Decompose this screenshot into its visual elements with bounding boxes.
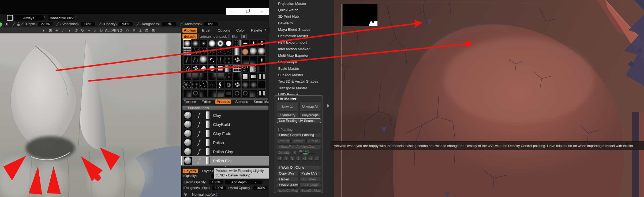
alpha-thumbnail[interactable]	[225, 81, 233, 89]
alpha-thumbnail[interactable]	[183, 56, 191, 64]
alpha-thumbnail[interactable]	[192, 89, 199, 97]
zplugin-menu-item[interactable]: PolyGroupIt	[278, 59, 332, 65]
alpha-thumbnail[interactable]	[258, 89, 266, 97]
resource-panel-tab[interactable]: Presets	[215, 99, 231, 104]
alpha-thumbnail[interactable]	[192, 48, 199, 56]
alpha-thumbnail[interactable]	[216, 48, 224, 56]
brush-preset-row[interactable]: ∫ Polish Clay	[182, 147, 269, 156]
density-scale-button[interactable]: /3	[283, 156, 289, 161]
density-slider-track[interactable]	[299, 153, 316, 154]
alpha-thumbnail[interactable]	[233, 64, 241, 72]
brush-preset-row[interactable]: ∫ Polish Flat	[182, 156, 269, 165]
work-on-clone-button[interactable]: 3- Work On Clone	[277, 165, 321, 170]
alpha-thumbnail[interactable]	[233, 89, 241, 97]
chevron-down-icon[interactable]	[75, 16, 77, 18]
alpha-thumbnail[interactable]	[241, 89, 249, 97]
load-ctrlmap-button[interactable]: LoadCtrlMap	[277, 188, 298, 193]
brush-slider[interactable]: ╱ Roughness 0%	[137, 22, 176, 26]
alpha-thumbnail[interactable]	[258, 48, 266, 56]
alpha-thumbnail[interactable]	[258, 81, 266, 89]
resource-panel-tab[interactable]: Editor	[200, 99, 212, 104]
alpha-thumbnail[interactable]	[225, 56, 233, 64]
zplugin-menu-item[interactable]: BevelPro	[278, 20, 332, 26]
alpha-thumbnail[interactable]	[208, 40, 216, 47]
density-button[interactable]: Density	[277, 150, 291, 155]
close-button[interactable]: ×	[261, 10, 263, 13]
zplugin-menu-item[interactable]: Text 3D & Vector Shapes	[278, 78, 332, 85]
alpha-thumbnail[interactable]	[200, 48, 208, 56]
protect-button[interactable]: Protect	[277, 139, 290, 143]
pen-toggle[interactable]: PEN	[111, 28, 118, 33]
surface-tools-header[interactable]: - Surface Tools	[182, 106, 268, 110]
alpha-thumbnail[interactable]	[200, 89, 208, 97]
density-slider[interactable]: density.	[299, 149, 316, 154]
alpha-thumbnail[interactable]	[241, 56, 249, 64]
alpha-thumbnail[interactable]	[250, 48, 257, 56]
unflatten-button[interactable]: UnFlatten	[299, 177, 321, 182]
density-scale-button[interactable]: 1	[295, 156, 301, 161]
alpha-thumbnail[interactable]	[241, 48, 249, 56]
shield-icon[interactable]: ◇	[124, 28, 131, 33]
alpha-thumbnail[interactable]	[183, 81, 191, 89]
depth-opacity-value[interactable]: 100%	[209, 180, 223, 184]
grid-icon[interactable]: #	[131, 28, 137, 33]
frame-icon[interactable]: ⊠	[47, 28, 54, 33]
palette-menu-tab[interactable]: Palette	[250, 28, 264, 33]
rotate-right-icon[interactable]: ↻	[79, 28, 86, 33]
attract-button[interactable]: Attract	[291, 139, 305, 143]
slider-value[interactable]: 279%	[38, 22, 53, 26]
mask-off-icon[interactable]: ⊘	[118, 28, 124, 33]
alpha-thumbnail[interactable]	[241, 73, 249, 80]
visibility-eye-icon[interactable]: ⊙	[184, 192, 187, 197]
alpha-thumbnail[interactable]	[183, 73, 191, 80]
alpha-thumbnail[interactable]	[183, 64, 191, 72]
add-alpha-set-icon[interactable]: ⊞	[241, 34, 247, 39]
alpha-thumbnail[interactable]	[225, 64, 233, 72]
alpha-thumbnail[interactable]	[233, 40, 241, 47]
alpha-thumbnail[interactable]	[216, 40, 224, 47]
minimize-button[interactable]: –	[232, 10, 234, 13]
palette-menu-tab[interactable]: Alphas	[182, 28, 197, 33]
brush-preset-row[interactable]: ∫ Clay	[182, 111, 269, 120]
slider-value[interactable]: 0%	[162, 22, 176, 26]
density-scale-button[interactable]: x2	[302, 156, 307, 161]
palette-menu-tab[interactable]: Color	[235, 28, 246, 33]
zplugin-menu-item[interactable]: Projection Master	[278, 0, 332, 7]
alpha-thumbnail[interactable]	[225, 40, 233, 47]
alpha-thumbnail[interactable]	[216, 56, 224, 64]
right-viewport-canvas[interactable]	[334, 0, 644, 197]
slider-value[interactable]: 93%	[118, 22, 133, 26]
all-toggle[interactable]: ALL	[105, 28, 111, 33]
alpha-thumbnail[interactable]	[233, 81, 241, 89]
alpha-thumbnail[interactable]	[250, 64, 257, 72]
palette-menu-tab[interactable]: Options	[216, 28, 231, 33]
gizmo-icon[interactable]: ⊥	[137, 28, 144, 33]
zplugin-menu-item[interactable]: Intersection Masker	[278, 46, 332, 52]
erase-button[interactable]: Erase	[306, 139, 321, 143]
spray-icon[interactable]: ∴	[60, 28, 66, 33]
attract-from-ambient-occlusion-button[interactable]: AttractFromAmbientOccl	[277, 144, 321, 149]
checkseams-button[interactable]: CheckSeams	[277, 183, 298, 188]
alpha-thumbnail[interactable]	[208, 48, 216, 56]
alpha-thumbnail[interactable]	[216, 89, 224, 97]
symmetry-toggle[interactable]: Symmetry	[277, 113, 298, 117]
alpha-thumbnail[interactable]	[216, 81, 224, 89]
alpha-thumbnail[interactable]	[192, 56, 199, 64]
unwrap-all-button[interactable]: Unwrap All	[299, 102, 321, 111]
alpha-thumbnail[interactable]	[250, 89, 257, 97]
alpha-set-penpack[interactable]: penpack	[214, 34, 227, 38]
save-ctrlmap-button[interactable]: SaveCtrlMap	[299, 188, 321, 193]
close-x-icon[interactable]: X	[5, 22, 8, 26]
chevron-down-icon[interactable]	[265, 100, 266, 103]
alpha-thumbnail[interactable]	[208, 89, 216, 97]
resource-panel-tab[interactable]: Stencils	[234, 99, 249, 104]
alpha-thumbnail[interactable]	[200, 73, 208, 80]
zoom-icon[interactable]: ⌕	[92, 28, 99, 33]
move-icon[interactable]: +	[86, 28, 92, 33]
stroke-mode-dropdown[interactable]: Always	[13, 15, 44, 21]
alpha-thumbnail[interactable]	[208, 64, 216, 72]
alpha-thumbnail[interactable]	[183, 40, 191, 47]
brush-slider[interactable]: ╱ Smoothing 88%	[56, 22, 95, 26]
alpha-thumbnail[interactable]	[192, 81, 199, 89]
zplugin-menu-item[interactable]: 3D Print Hub	[278, 13, 332, 20]
